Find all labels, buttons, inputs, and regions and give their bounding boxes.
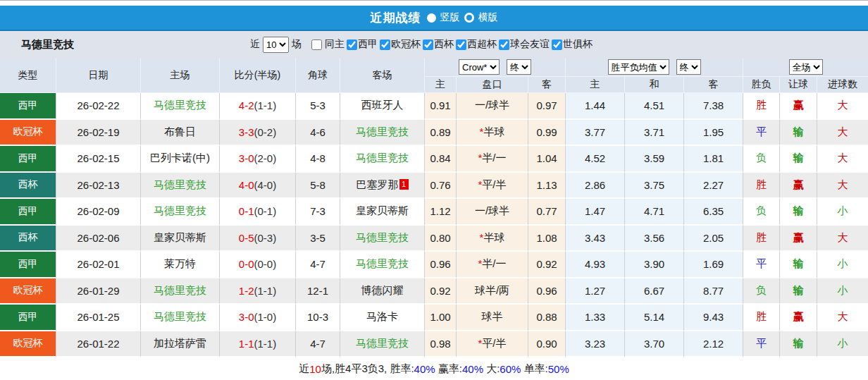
scope-select[interactable]: 全场 <box>789 59 823 75</box>
league-badge: 西甲 <box>0 146 56 173</box>
away-team[interactable]: 博德闪耀 <box>340 278 425 305</box>
handicap-cell: 球半/两 <box>457 278 528 305</box>
home-team[interactable]: 布鲁日 <box>141 120 220 147</box>
avg-type-select[interactable]: 胜平负均值 <box>608 59 669 75</box>
result-wdl-cell: 平 <box>743 252 780 278</box>
home-team[interactable]: 马德里竞技 <box>141 305 220 331</box>
corner-cell: 4-7 <box>296 252 340 278</box>
league-badge: 西甲 <box>0 252 56 278</box>
match-date: 26-01-25 <box>56 305 141 331</box>
match-row: 欧冠杯26-01-29马德里竞技1-2(1-1)12-1博德闪耀0.92球半/两… <box>0 278 868 305</box>
team-name-heading: 马德里竞技 <box>21 38 74 51</box>
odds-away-cell: 1.04 <box>528 146 566 173</box>
handicap-cell: 球半 <box>457 305 528 331</box>
avg-draw-cell: 3.71 <box>625 120 684 147</box>
league-badge: 西甲 <box>0 199 56 226</box>
league-filter-checkbox[interactable] <box>552 39 562 50</box>
home-team[interactable]: 马德里竞技 <box>141 278 220 305</box>
horizontal-layout-radio[interactable] <box>464 13 474 23</box>
stats-footer-segment: 近 <box>299 362 309 376</box>
match-date: 26-02-09 <box>56 199 141 226</box>
vertical-layout-label[interactable]: 竖版 <box>440 11 460 24</box>
league-filter-checkbox[interactable] <box>380 39 390 50</box>
avg-win-cell: 4.52 <box>566 146 625 173</box>
vertical-layout-radio[interactable] <box>427 13 436 23</box>
result-wdl-cell: 胜 <box>743 305 780 331</box>
league-filter-球会友谊[interactable]: 球会友谊 <box>497 38 550 51</box>
result-wdl-cell: 负 <box>743 199 780 226</box>
stats-footer-segment: 赢率: <box>435 362 462 376</box>
result-wdl-cell: 胜 <box>743 173 780 200</box>
avg-final-select[interactable]: 终 <box>676 59 701 75</box>
league-filter-checkbox[interactable] <box>456 39 466 50</box>
handicap-cell: *半/一 <box>457 146 528 173</box>
league-filter-label: 西杯 <box>434 38 454 51</box>
corner-cell: 4-6 <box>296 120 340 147</box>
result-goals-cell: 大 <box>817 120 868 147</box>
result-goals-cell: 大 <box>817 146 868 173</box>
league-filter-同主[interactable]: 同主 <box>306 38 345 51</box>
league-filter-label: 同主 <box>325 38 345 51</box>
match-date: 26-01-29 <box>56 278 141 305</box>
horizontal-layout-label[interactable]: 横版 <box>478 11 498 24</box>
away-team[interactable]: 马德里竞技 <box>340 146 425 173</box>
recent-label: 近 <box>250 38 260 51</box>
league-filter-西超杯[interactable]: 西超杯 <box>454 38 497 51</box>
scope-group-header: 全场 <box>743 58 868 77</box>
league-filter-世俱杯[interactable]: 世俱杯 <box>550 38 593 51</box>
subheader-avg-draw: 和 <box>625 77 684 93</box>
away-team[interactable]: 西班牙人 <box>340 93 425 120</box>
home-team[interactable]: 莱万特 <box>141 252 220 278</box>
stats-footer-segment: 单率: <box>521 362 547 376</box>
away-team[interactable]: 巴塞罗那1 <box>340 173 425 200</box>
avg-draw-cell: 3.59 <box>625 146 684 173</box>
result-goals-cell: 小 <box>817 199 868 226</box>
away-team[interactable]: 马德里竞技 <box>340 226 425 252</box>
score-cell: 0-5(0-3) <box>220 226 296 252</box>
match-row: 西杯26-02-06皇家贝蒂斯0-5(0-3)3-5马德里竞技0.80*半球1.… <box>0 226 868 252</box>
result-handicap-cell: 输 <box>780 120 817 147</box>
home-team[interactable]: 皇家贝蒂斯 <box>141 226 220 252</box>
away-team[interactable]: 马洛卡 <box>340 305 425 331</box>
score-cell: 4-2(1-1) <box>220 93 296 120</box>
odds-group-header: Crow* 终 <box>425 58 566 77</box>
away-team[interactable]: 马德里竞技 <box>340 252 425 278</box>
stats-footer-segment: 50% <box>548 363 569 375</box>
away-team[interactable]: 马德里竞技 <box>340 120 425 147</box>
result-goals-cell: 大 <box>817 93 868 120</box>
league-filter-checkbox[interactable] <box>499 39 509 50</box>
recent-count-select[interactable]: 10 <box>263 37 289 53</box>
corner-cell: 12-1 <box>296 278 340 305</box>
result-wdl-cell: 平 <box>743 120 780 147</box>
league-filter-欧冠杯[interactable]: 欧冠杯 <box>378 38 421 51</box>
result-wdl-cell: 负 <box>743 146 780 173</box>
odds-home-cell: 0.91 <box>425 93 457 120</box>
away-team[interactable]: 皇家贝蒂斯 <box>340 199 425 226</box>
result-handicap-cell: 赢 <box>780 173 817 200</box>
league-filter-checkbox[interactable] <box>347 39 357 50</box>
match-date: 26-01-22 <box>56 331 141 358</box>
result-handicap-cell: 输 <box>780 146 817 173</box>
stats-footer: 近10场,胜4平3负3, 胜率:40% 赢率:40% 大:60% 单率:50% <box>0 357 868 380</box>
odds-away-cell: 0.77 <box>528 199 566 226</box>
odds-company-select[interactable]: Crow* <box>459 59 500 75</box>
home-team[interactable]: 马德里竞技 <box>141 199 220 226</box>
subheader-odds-home: 主 <box>425 77 457 93</box>
league-filter-checkbox[interactable] <box>311 39 322 50</box>
league-filter-西杯[interactable]: 西杯 <box>421 38 454 51</box>
home-team[interactable]: 马德里竞技 <box>141 173 220 200</box>
score-cell: 4-0(4-0) <box>220 173 296 200</box>
home-team[interactable]: 加拉塔萨雷 <box>141 331 220 358</box>
home-team[interactable]: 巴列卡诺(中) <box>141 146 220 173</box>
league-filter-checkbox[interactable] <box>423 39 433 50</box>
stats-footer-segment: 60% <box>500 363 521 375</box>
league-filter-西甲[interactable]: 西甲 <box>345 38 378 51</box>
page-title: 近期战绩 <box>371 10 421 26</box>
avg-win-cell: 4.93 <box>566 252 625 278</box>
away-team[interactable]: 马德里竞技 <box>340 331 425 358</box>
odds-final-select[interactable]: 终 <box>507 59 531 75</box>
score-cell: 3-0(1-0) <box>220 305 296 331</box>
home-team[interactable]: 马德里竞技 <box>141 93 220 120</box>
odds-home-cell: 0.84 <box>425 146 457 173</box>
stats-footer-segment: 40% <box>414 363 435 375</box>
